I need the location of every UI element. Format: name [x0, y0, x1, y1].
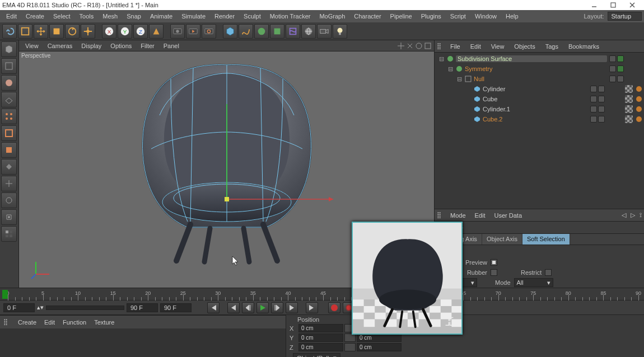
toggle-mode-button[interactable]	[1, 159, 17, 175]
coord-system-button[interactable]	[149, 24, 164, 39]
vp-menu-display[interactable]: Display	[77, 42, 105, 50]
vp-menu-cameras[interactable]: Cameras	[44, 42, 77, 50]
polygon-mode-button[interactable]	[1, 142, 17, 158]
menu-snap[interactable]: Snap	[123, 12, 145, 21]
menu-edit[interactable]: Edit	[2, 12, 21, 21]
objmgr-objects[interactable]: Objects	[511, 42, 538, 51]
visibility-dot[interactable]	[609, 55, 616, 62]
add-generator-button[interactable]	[270, 24, 284, 39]
object-rel-dropdown[interactable]: Object (Rel)▾	[293, 353, 340, 357]
point-mode-button[interactable]	[1, 109, 17, 124]
timeline-ruler[interactable]: 051015202530354045505560657075808590	[0, 288, 644, 300]
menu-pipeline[interactable]: Pipeline	[386, 12, 416, 21]
menu-mograph[interactable]: MoGraph	[315, 12, 349, 21]
texture-mode-button[interactable]	[1, 75, 17, 91]
visibility-dot[interactable]	[590, 106, 597, 112]
play-button[interactable]	[256, 302, 269, 313]
x-axis-lock-button[interactable]: X	[102, 24, 116, 39]
menu-select[interactable]: Select	[49, 12, 74, 21]
live-select-button[interactable]	[18, 24, 32, 39]
size-z-field[interactable]: 0 cm	[357, 343, 402, 351]
visibility-dot[interactable]	[598, 106, 605, 112]
pos-x-field[interactable]: 0 cm	[298, 324, 343, 332]
go-end-button[interactable]	[306, 302, 318, 313]
pos-y-field[interactable]: 0 cm	[298, 333, 343, 342]
menu-mesh[interactable]: Mesh	[99, 12, 122, 21]
viewport-solo-button[interactable]	[1, 226, 17, 242]
visibility-dot[interactable]	[609, 76, 616, 82]
tree-row-subdivision-surface[interactable]: ⊟Subdivision Surface	[435, 54, 644, 64]
range-slider[interactable]	[46, 306, 124, 310]
tree-row-symmetry[interactable]: ⊟Symmetry	[435, 64, 644, 74]
tree-row-cylinder-1[interactable]: Cylinder.1	[435, 104, 644, 114]
vp-menu-options[interactable]: Options	[106, 42, 136, 50]
prev-key-button[interactable]	[227, 302, 240, 313]
material-tag-icon[interactable]	[625, 115, 633, 123]
attrmgr-mode[interactable]: Mode	[448, 211, 468, 220]
visibility-dot[interactable]	[617, 65, 624, 72]
rubber-checkbox[interactable]	[491, 269, 497, 276]
go-start-button[interactable]	[207, 302, 220, 313]
tweak-button[interactable]	[1, 192, 17, 208]
attrmgr-user-data[interactable]: User Data	[492, 211, 525, 220]
add-spline-button[interactable]	[239, 24, 253, 39]
menu-script[interactable]: Script	[446, 12, 470, 21]
visibility-dot[interactable]	[617, 55, 624, 62]
menu-plugins[interactable]: Plugins	[417, 12, 445, 21]
add-cube-button[interactable]	[223, 24, 237, 39]
tab-object-axis[interactable]: Object Axis	[482, 234, 522, 245]
object-tree[interactable]: ⊟Subdivision Surface⊟Symmetry⊟NullCylind…	[435, 53, 644, 209]
viewport-nav-icons[interactable]	[397, 42, 432, 50]
objmgr-edit[interactable]: Edit	[467, 42, 484, 51]
vp-menu-view[interactable]: View	[21, 42, 43, 50]
render-settings-button[interactable]	[202, 24, 216, 39]
attr-nav-fwd-icon[interactable]: ▷	[631, 212, 635, 219]
workplane-mode-button[interactable]	[1, 92, 17, 107]
range-start-field[interactable]: 0 F	[3, 303, 35, 312]
phong-tag-icon[interactable]	[636, 96, 642, 102]
visibility-dot[interactable]	[617, 76, 624, 82]
phong-tag-icon[interactable]	[636, 106, 642, 112]
tree-row-cube-2[interactable]: Cube.2	[435, 114, 644, 124]
tree-expand-icon[interactable]: ⊟	[439, 55, 445, 63]
visibility-dot[interactable]	[590, 86, 597, 92]
scale-tool-button[interactable]	[49, 24, 64, 39]
matmgr-texture[interactable]: Texture	[94, 319, 114, 326]
material-tag-icon[interactable]	[625, 105, 633, 113]
add-camera-button[interactable]	[317, 24, 332, 39]
phong-tag-icon[interactable]	[636, 86, 642, 92]
layout-dropdown[interactable]: Startup	[608, 12, 642, 21]
material-tag-icon[interactable]	[625, 85, 633, 93]
panel-grip-icon[interactable]: ⣿	[3, 318, 8, 326]
matmgr-create[interactable]: Create	[18, 319, 36, 326]
menu-render[interactable]: Render	[211, 12, 239, 21]
window-close-button[interactable]	[623, 0, 642, 10]
tree-label[interactable]: Cylinder	[483, 86, 588, 92]
visibility-dot[interactable]	[609, 65, 616, 72]
tab-soft-selection[interactable]: Soft Selection	[522, 234, 570, 245]
render-pv-button[interactable]	[186, 24, 200, 39]
tree-expand-icon[interactable]: ⊟	[457, 76, 463, 83]
visibility-dot[interactable]	[590, 116, 597, 123]
menu-window[interactable]: Window	[471, 12, 501, 21]
menu-motion-tracker[interactable]: Motion Tracker	[266, 12, 315, 21]
visibility-dot[interactable]	[598, 96, 605, 102]
menu-character[interactable]: Character	[350, 12, 385, 21]
visibility-dot[interactable]	[590, 96, 597, 102]
object-mode-button[interactable]	[1, 58, 17, 74]
tree-label[interactable]: Cylinder.1	[483, 106, 588, 112]
objmgr-tags[interactable]: Tags	[542, 42, 562, 51]
window-minimize-button[interactable]	[585, 0, 604, 10]
objmgr-view[interactable]: View	[488, 42, 508, 51]
phong-tag-icon[interactable]	[636, 116, 642, 122]
tree-row-cylinder[interactable]: Cylinder	[435, 84, 644, 94]
stepper-icon[interactable]	[344, 333, 356, 342]
tree-label[interactable]: Cube.2	[483, 116, 588, 123]
next-frame-button[interactable]	[271, 302, 283, 313]
render-view-button[interactable]	[170, 24, 185, 39]
panel-grip-icon[interactable]: ⣿	[437, 43, 441, 50]
objmgr-file[interactable]: File	[447, 42, 464, 51]
snap-button[interactable]	[1, 209, 17, 225]
restrict-checkbox[interactable]	[545, 269, 552, 276]
rotate-tool-button[interactable]	[65, 24, 80, 39]
